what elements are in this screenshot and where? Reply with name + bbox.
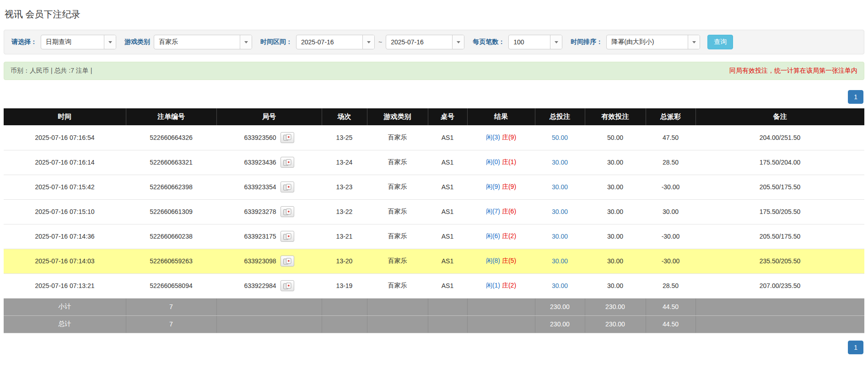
table-row: 2025-07-16 07:16:54522660664326633923560… [4, 125, 864, 150]
date-from-input[interactable]: 2025-07-16 [296, 35, 375, 49]
time-cell: 2025-07-16 07:16:14 [4, 150, 126, 175]
footer-count: 7 [126, 298, 216, 315]
date-to-input[interactable]: 2025-07-16 [386, 35, 464, 49]
table-no-cell: AS1 [428, 150, 467, 175]
round-detail-button[interactable] [280, 132, 294, 143]
page-title: 视讯 会员下注纪录 [4, 5, 864, 30]
footer-empty-cell [216, 298, 322, 315]
game-type-cell: 百家乐 [367, 273, 428, 298]
cards-icon [283, 258, 292, 265]
pagination-bottom: 1 [5, 341, 863, 354]
payout-cell: 28.50 [646, 273, 695, 298]
footer-payout: 44.50 [646, 315, 695, 333]
round-detail-button[interactable] [280, 181, 294, 192]
date-to-value: 2025-07-16 [386, 35, 452, 49]
result-cell: 闲(8) 庄(5) [467, 249, 535, 273]
table-no-cell: AS1 [428, 199, 467, 224]
round-detail-button[interactable] [280, 231, 294, 242]
chevron-down-icon[interactable] [240, 35, 252, 49]
round-detail-button[interactable] [280, 206, 294, 217]
game-type-cell: 百家乐 [367, 224, 428, 249]
game-type-cell: 百家乐 [367, 199, 428, 224]
chevron-down-icon[interactable] [688, 35, 700, 49]
total-bet-link[interactable]: 30.00 [552, 159, 568, 166]
footer-empty-cell [695, 298, 864, 315]
note-cell: 207.00/235.50 [695, 273, 864, 298]
player-result: 闲(1) [486, 282, 500, 289]
valid-bet-cell: 30.00 [585, 224, 646, 249]
pagination-page-button[interactable]: 1 [848, 90, 863, 104]
result-cell: 闲(9) 庄(9) [467, 175, 535, 199]
session-cell: 13-25 [322, 125, 367, 150]
payout-cell: -30.00 [646, 249, 695, 273]
chevron-down-icon[interactable] [362, 35, 374, 49]
chevron-down-icon[interactable] [104, 35, 116, 49]
footer-empty-cell [695, 315, 864, 333]
result-cell: 闲(6) 庄(2) [467, 224, 535, 249]
total-bet-link[interactable]: 30.00 [552, 208, 568, 215]
footer-empty-cell [322, 298, 367, 315]
round-number: 633923560 [244, 134, 276, 141]
time-sort-select[interactable]: 降幂(由大到小) [606, 35, 700, 49]
round-cell: 633923278 [216, 199, 322, 224]
total-bet-link[interactable]: 30.00 [552, 257, 568, 265]
game-type-cell: 百家乐 [367, 175, 428, 199]
footer-label: 小计 [4, 298, 126, 315]
round-detail-button[interactable] [280, 256, 294, 267]
player-result: 闲(8) [486, 257, 500, 264]
session-cell: 13-23 [322, 175, 367, 199]
chevron-down-icon[interactable] [452, 35, 464, 49]
query-type-select[interactable]: 日期查询 [41, 35, 116, 49]
payout-cell: -30.00 [646, 224, 695, 249]
banker-result: 庄(9) [502, 133, 516, 141]
page-size-select[interactable]: 100 [508, 35, 562, 49]
table-no-cell: AS1 [428, 175, 467, 199]
result-cell: 闲(7) 庄(6) [467, 199, 535, 224]
total-bet-link[interactable]: 30.00 [552, 183, 568, 191]
round-cell: 633923560 [216, 125, 322, 150]
total-bet-cell: 30.00 [535, 273, 585, 298]
table-row: 2025-07-16 07:15:42522660662398633923354… [4, 175, 864, 199]
table-footer-row: 总计7230.00230.0044.50 [4, 315, 864, 333]
time-sort-value: 降幂(由大到小) [607, 35, 688, 49]
table-row: 2025-07-16 07:14:03522660659263633923098… [4, 249, 864, 273]
total-bet-link[interactable]: 30.00 [552, 233, 568, 240]
search-button[interactable]: 查询 [707, 35, 733, 49]
valid-bet-cell: 30.00 [585, 273, 646, 298]
sort-label: 时间排序： [571, 38, 603, 46]
column-header: 注单编号 [126, 108, 216, 125]
round-number: 633923354 [244, 183, 276, 191]
total-bet-cell: 30.00 [535, 249, 585, 273]
banker-result: 庄(2) [502, 282, 516, 289]
session-cell: 13-24 [322, 150, 367, 175]
time-cell: 2025-07-16 07:13:21 [4, 273, 126, 298]
chevron-down-icon[interactable] [550, 35, 562, 49]
column-header: 时间 [4, 108, 126, 125]
payout-cell: -30.00 [646, 175, 695, 199]
total-bet-link[interactable]: 30.00 [552, 282, 568, 289]
banker-result: 庄(2) [502, 232, 516, 240]
date-range-separator: ~ [378, 38, 382, 46]
footer-total-bet: 230.00 [535, 298, 585, 315]
result-cell: 闲(0) 庄(1) [467, 150, 535, 175]
pagination-page-button[interactable]: 1 [848, 341, 863, 354]
total-bet-link[interactable]: 50.00 [552, 134, 568, 141]
session-cell: 13-19 [322, 273, 367, 298]
round-detail-button[interactable] [280, 157, 294, 168]
game-type-cell: 百家乐 [367, 249, 428, 273]
round-detail-button[interactable] [280, 280, 294, 291]
column-header: 场次 [322, 108, 367, 125]
note-cell: 235.50/205.50 [695, 249, 864, 273]
round-cell: 633923098 [216, 249, 322, 273]
game-type-select[interactable]: 百家乐 [154, 35, 252, 49]
time-cell: 2025-07-16 07:14:03 [4, 249, 126, 273]
time-range-label: 时间区间： [260, 38, 292, 46]
total-bet-cell: 30.00 [535, 199, 585, 224]
bet-id-cell: 522660663321 [126, 150, 216, 175]
footer-empty-cell [216, 315, 322, 333]
session-cell: 13-20 [322, 249, 367, 273]
cards-icon [283, 283, 292, 289]
total-bet-cell: 30.00 [535, 224, 585, 249]
round-number: 633923175 [244, 233, 276, 240]
round-cell: 633923175 [216, 224, 322, 249]
